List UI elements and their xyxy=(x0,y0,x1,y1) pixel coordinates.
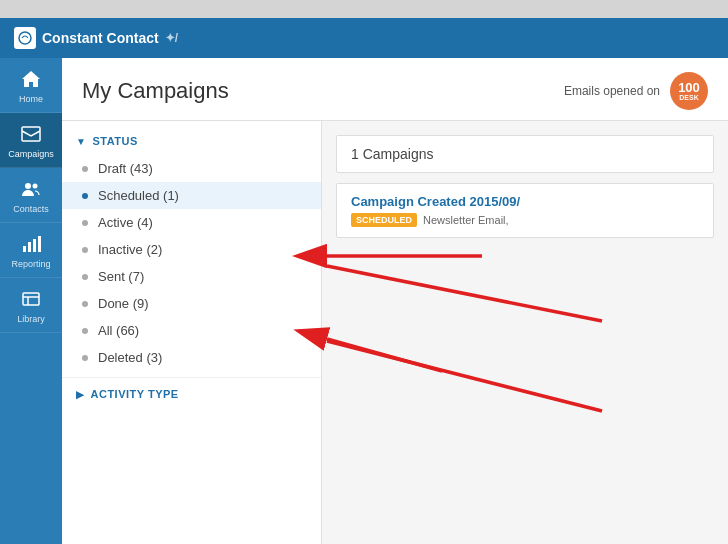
bullet-done xyxy=(82,301,88,307)
monitor-number: 100 xyxy=(678,81,700,94)
svg-rect-8 xyxy=(23,293,39,305)
scheduled-badge: SCHEDULED xyxy=(351,213,417,227)
bullet-active xyxy=(82,220,88,226)
campaign-count-box: 1 Campaigns xyxy=(336,135,714,173)
status-done-label: Done (9) xyxy=(98,296,149,311)
svg-point-3 xyxy=(33,184,38,189)
status-item-all[interactable]: All (66) xyxy=(62,317,321,344)
bullet-all xyxy=(82,328,88,334)
campaign-count-label: 1 Campaigns xyxy=(351,146,434,162)
status-scheduled-label: Scheduled (1) xyxy=(98,188,179,203)
svg-rect-7 xyxy=(38,236,41,252)
status-item-done[interactable]: Done (9) xyxy=(62,290,321,317)
status-item-sent[interactable]: Sent (7) xyxy=(62,263,321,290)
sidebar: Home Campaigns Contacts xyxy=(0,58,62,544)
bullet-draft xyxy=(82,166,88,172)
status-item-inactive[interactable]: Inactive (2) xyxy=(62,236,321,263)
logo-symbol: ✦/ xyxy=(165,31,178,45)
right-panel: 1 Campaigns Campaign Created 2015/09/ SC… xyxy=(322,121,728,544)
status-item-draft[interactable]: Draft (43) xyxy=(62,155,321,182)
status-label: STATUS xyxy=(92,135,137,147)
svg-rect-6 xyxy=(33,239,36,252)
campaign-type: Newsletter Email, xyxy=(423,214,509,226)
logo-text: Constant Contact xyxy=(42,30,159,46)
bullet-inactive xyxy=(82,247,88,253)
activity-section: ▶ ACTIVITY TYPE xyxy=(62,377,321,408)
status-item-scheduled[interactable]: Scheduled (1) xyxy=(62,182,321,209)
contacts-icon xyxy=(18,178,44,200)
svg-rect-5 xyxy=(28,242,31,252)
status-item-active[interactable]: Active (4) xyxy=(62,209,321,236)
activity-chevron: ▶ xyxy=(76,389,85,400)
svg-rect-4 xyxy=(23,246,26,252)
bullet-sent xyxy=(82,274,88,280)
campaigns-icon xyxy=(18,123,44,145)
activity-section-header[interactable]: ▶ ACTIVITY TYPE xyxy=(62,388,321,408)
header-right: Emails opened on 100 DESK xyxy=(564,72,708,110)
left-panel: ▼ STATUS Draft (43) Scheduled (1) Active… xyxy=(62,121,322,544)
content-area: My Campaigns Emails opened on 100 DESK ▼… xyxy=(62,58,728,544)
sidebar-item-contacts[interactable]: Contacts xyxy=(0,168,62,223)
sidebar-item-reporting[interactable]: Reporting xyxy=(0,223,62,278)
logo-icon xyxy=(14,27,36,49)
page-header: My Campaigns Emails opened on 100 DESK xyxy=(62,58,728,121)
status-list: Draft (43) Scheduled (1) Active (4) Inac… xyxy=(62,155,321,371)
status-all-label: All (66) xyxy=(98,323,139,338)
bullet-scheduled xyxy=(82,193,88,199)
activity-label: ACTIVITY TYPE xyxy=(91,388,179,400)
sidebar-item-campaigns[interactable]: Campaigns xyxy=(0,113,62,168)
page-title: My Campaigns xyxy=(82,78,229,104)
reporting-icon xyxy=(18,233,44,255)
content-body: ▼ STATUS Draft (43) Scheduled (1) Active… xyxy=(62,121,728,544)
status-active-label: Active (4) xyxy=(98,215,153,230)
status-chevron: ▼ xyxy=(76,136,86,147)
sidebar-library-label: Library xyxy=(17,314,45,324)
monitor-badge: 100 DESK xyxy=(670,72,708,110)
svg-rect-1 xyxy=(22,127,40,141)
status-section-header[interactable]: ▼ STATUS xyxy=(62,135,321,155)
sidebar-home-label: Home xyxy=(19,94,43,104)
svg-point-2 xyxy=(25,183,31,189)
bullet-deleted xyxy=(82,355,88,361)
home-icon xyxy=(18,68,44,90)
library-icon xyxy=(18,288,44,310)
status-draft-label: Draft (43) xyxy=(98,161,153,176)
app-logo: Constant Contact ✦/ xyxy=(14,27,178,49)
monitor-suffix: DESK xyxy=(679,94,698,101)
main-layout: Home Campaigns Contacts xyxy=(0,58,728,544)
app-header: Constant Contact ✦/ xyxy=(0,18,728,58)
status-item-deleted[interactable]: Deleted (3) xyxy=(62,344,321,371)
svg-point-0 xyxy=(19,32,31,44)
campaign-link[interactable]: Campaign Created 2015/09/ xyxy=(351,194,520,209)
sidebar-reporting-label: Reporting xyxy=(11,259,50,269)
status-inactive-label: Inactive (2) xyxy=(98,242,162,257)
emails-opened-label: Emails opened on xyxy=(564,84,660,98)
sidebar-contacts-label: Contacts xyxy=(13,204,49,214)
campaign-card: Campaign Created 2015/09/ SCHEDULED News… xyxy=(336,183,714,238)
status-sent-label: Sent (7) xyxy=(98,269,144,284)
status-deleted-label: Deleted (3) xyxy=(98,350,162,365)
sidebar-item-home[interactable]: Home xyxy=(0,58,62,113)
browser-bar xyxy=(0,0,728,18)
sidebar-campaigns-label: Campaigns xyxy=(8,149,54,159)
campaign-meta: SCHEDULED Newsletter Email, xyxy=(351,213,699,227)
sidebar-item-library[interactable]: Library xyxy=(0,278,62,333)
